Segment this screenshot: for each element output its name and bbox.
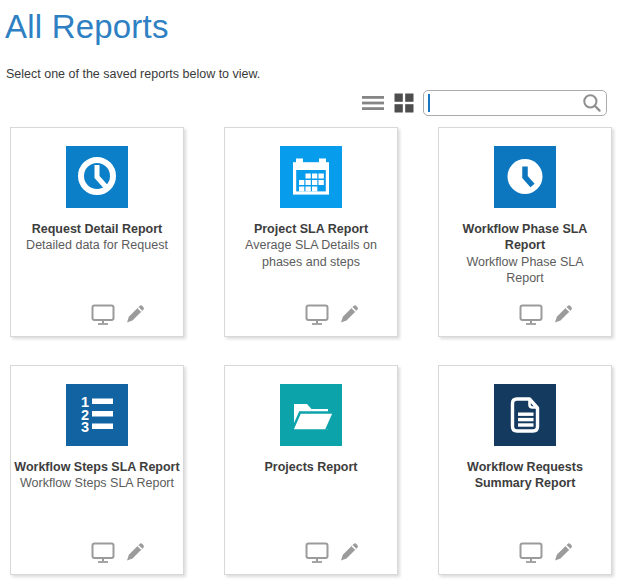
- open-folder-icon: [280, 384, 342, 446]
- report-description: Average SLA Details on phases and steps: [225, 237, 397, 270]
- view-report-button[interactable]: [305, 303, 329, 325]
- report-icon-tile: [494, 146, 556, 208]
- calendar-icon: [280, 146, 342, 208]
- view-toolbar: [0, 89, 607, 116]
- view-report-button[interactable]: [519, 303, 543, 325]
- grid-view-button[interactable]: [394, 93, 414, 113]
- list-view-icon: [361, 94, 385, 112]
- edit-report-button[interactable]: [124, 303, 146, 325]
- text-caret: [428, 94, 430, 112]
- report-title: Project SLA Report: [252, 221, 370, 237]
- edit-report-button[interactable]: [124, 541, 146, 563]
- edit-report-button[interactable]: [338, 541, 360, 563]
- pencil-icon: [124, 303, 146, 325]
- view-report-button[interactable]: [91, 303, 115, 325]
- search-input[interactable]: [423, 90, 607, 116]
- report-card[interactable]: 1 2 3 Workflow Steps SLA Report Workflow…: [10, 365, 184, 575]
- numbered-list-icon: 1 2 3: [66, 384, 128, 446]
- report-icon-tile: 1 2 3: [66, 384, 128, 446]
- monitor-icon: [519, 303, 543, 325]
- list-view-button[interactable]: [361, 94, 385, 112]
- view-report-button[interactable]: [91, 541, 115, 563]
- search-icon: [582, 93, 602, 113]
- report-card[interactable]: Request Detail Report Detailed data for …: [10, 127, 184, 337]
- report-icon-tile: [494, 384, 556, 446]
- report-title: Workflow Requests Summary Report: [439, 459, 611, 492]
- report-icon-tile: [66, 146, 128, 208]
- report-card-actions: [11, 541, 183, 563]
- report-title: Request Detail Report: [30, 221, 165, 237]
- edit-report-button[interactable]: [552, 303, 574, 325]
- pencil-icon: [124, 541, 146, 563]
- pencil-icon: [338, 303, 360, 325]
- svg-text:3: 3: [81, 419, 89, 435]
- grid-view-icon: [394, 93, 414, 113]
- monitor-icon: [519, 541, 543, 563]
- report-title: Projects Report: [262, 459, 359, 475]
- report-card-actions: [439, 303, 611, 325]
- page-subtitle: Select one of the saved reports below to…: [6, 67, 628, 81]
- report-card-actions: [11, 303, 183, 325]
- report-card[interactable]: Workflow Phase SLA Report Workflow Phase…: [438, 127, 612, 337]
- report-title: Workflow Phase SLA Report: [439, 221, 611, 254]
- view-report-button[interactable]: [519, 541, 543, 563]
- clock-outline-icon: [66, 146, 128, 208]
- report-card[interactable]: Project SLA Report Average SLA Details o…: [224, 127, 398, 337]
- monitor-icon: [91, 303, 115, 325]
- report-card[interactable]: Workflow Requests Summary Report: [438, 365, 612, 575]
- pencil-icon: [552, 303, 574, 325]
- report-icon-tile: [280, 146, 342, 208]
- report-description: Workflow Phase SLA Report: [439, 254, 611, 287]
- pencil-icon: [552, 541, 574, 563]
- monitor-icon: [305, 303, 329, 325]
- report-icon-tile: [280, 384, 342, 446]
- edit-report-button[interactable]: [338, 303, 360, 325]
- report-description: Workflow Steps SLA Report: [12, 475, 182, 491]
- monitor-icon: [91, 541, 115, 563]
- report-card-actions: [439, 541, 611, 563]
- report-card[interactable]: Projects Report: [224, 365, 398, 575]
- page-title: All Reports: [5, 8, 628, 46]
- report-title: Workflow Steps SLA Report: [12, 459, 181, 475]
- reports-grid: Request Detail Report Detailed data for …: [10, 127, 628, 575]
- search-box: [423, 90, 607, 116]
- clock-solid-icon: [494, 146, 556, 208]
- monitor-icon: [305, 541, 329, 563]
- report-card-actions: [225, 303, 397, 325]
- view-report-button[interactable]: [305, 541, 329, 563]
- document-icon: [494, 384, 556, 446]
- report-card-actions: [225, 541, 397, 563]
- pencil-icon: [338, 541, 360, 563]
- report-description: Detailed data for Request: [18, 237, 176, 253]
- edit-report-button[interactable]: [552, 541, 574, 563]
